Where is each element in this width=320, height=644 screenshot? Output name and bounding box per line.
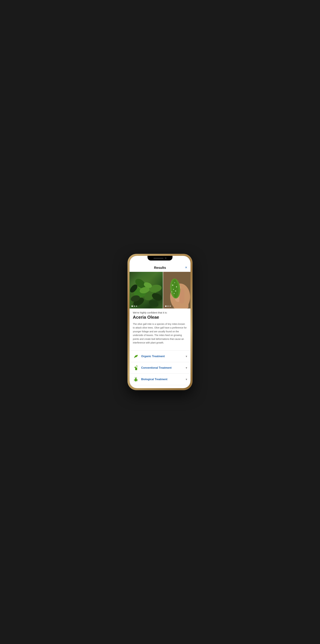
camera	[165, 257, 166, 259]
organic-treatment-item[interactable]: Organic Treatment ▾	[130, 351, 190, 362]
svg-rect-32	[135, 369, 137, 369]
left-plant-image	[130, 272, 163, 308]
svg-point-29	[136, 365, 137, 366]
spray-icon	[133, 365, 138, 370]
close-button[interactable]: ×	[185, 266, 187, 269]
conventional-treatment-item[interactable]: Conventional Treatment ▾	[130, 362, 190, 374]
screen: Results ×	[130, 263, 190, 388]
bug-icon	[133, 377, 138, 382]
image-left	[130, 272, 163, 308]
svg-point-19	[172, 284, 173, 286]
biological-treatment-item[interactable]: Biological Treatment ▾	[130, 374, 190, 385]
svg-point-38	[136, 378, 136, 379]
svg-point-31	[137, 367, 138, 367]
conventional-treatment-label: Conventional Treatment	[141, 366, 183, 369]
dot-1	[132, 306, 133, 307]
phone-inner: Results ×	[130, 256, 190, 388]
conventional-chevron-icon: ▾	[186, 366, 187, 370]
notch	[148, 256, 172, 260]
svg-point-30	[137, 366, 138, 366]
image-right-dots	[165, 306, 171, 307]
page-title: Results	[154, 266, 166, 270]
dot-2	[134, 306, 135, 307]
biological-icon	[133, 376, 139, 382]
dot-r-3	[170, 306, 171, 307]
phone-frame: Results ×	[128, 254, 192, 390]
svg-point-23	[175, 290, 176, 292]
disease-name: Aceria Oleae	[133, 315, 187, 320]
svg-point-21	[176, 286, 177, 288]
organic-chevron-icon: ▾	[186, 354, 187, 358]
dot-3	[136, 306, 137, 307]
organic-treatment-label: Organic Treatment	[141, 355, 183, 358]
image-gallery	[130, 272, 190, 308]
image-right	[163, 272, 190, 308]
svg-point-22	[173, 289, 174, 290]
svg-point-37	[135, 378, 136, 379]
header: Results ×	[130, 263, 190, 272]
dot-r-2	[167, 306, 169, 307]
result-content: We're highly confident that it is: Aceri…	[130, 308, 190, 350]
svg-point-24	[171, 291, 172, 292]
description-text: The olive gall mite is a species of tiny…	[133, 322, 187, 344]
status-bar	[130, 256, 190, 263]
dot-r-1	[165, 306, 166, 307]
svg-point-25	[174, 293, 175, 294]
leaf-icon	[133, 354, 138, 359]
confidence-text: We're highly confident that it is:	[133, 311, 187, 314]
biological-chevron-icon: ▾	[186, 378, 187, 381]
speaker	[154, 258, 164, 259]
image-left-dots	[132, 306, 137, 307]
relevant-products-section: Relevant Products	[130, 385, 190, 388]
svg-rect-28	[134, 367, 136, 368]
organic-icon	[133, 353, 139, 359]
biological-treatment-label: Biological Treatment	[141, 378, 183, 381]
right-plant-image	[163, 272, 190, 308]
conventional-icon	[133, 365, 139, 371]
